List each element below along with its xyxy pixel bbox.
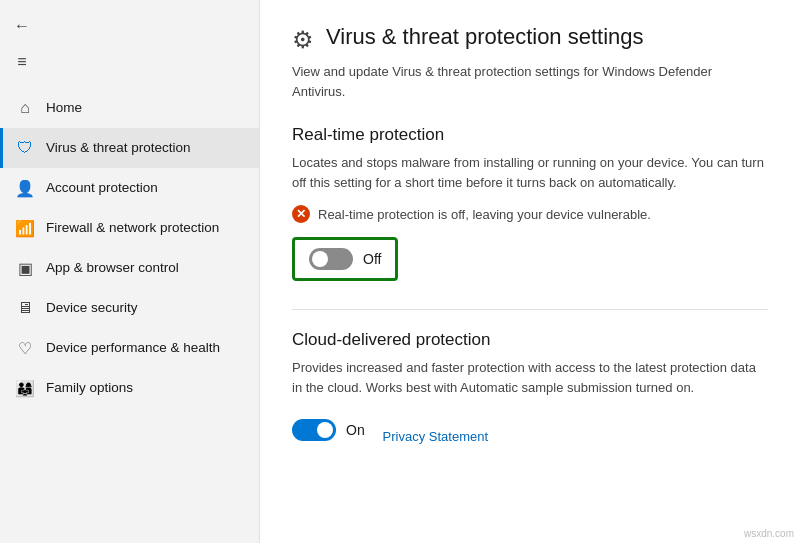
sidebar-icon-virus: 🛡 — [16, 139, 34, 157]
menu-button[interactable]: ≡ — [0, 44, 44, 80]
sidebar-item-virus[interactable]: 🛡Virus & threat protection — [0, 128, 259, 168]
sidebar-icon-family: 👨‍👩‍👧 — [16, 379, 34, 397]
sidebar-item-home[interactable]: ⌂Home — [0, 88, 259, 128]
realtime-toggle-switch[interactable] — [309, 248, 353, 270]
sidebar: ← ≡ ⌂Home🛡Virus & threat protection👤Acco… — [0, 0, 260, 543]
sidebar-icon-home: ⌂ — [16, 99, 34, 117]
sidebar-label-account: Account protection — [46, 180, 243, 196]
main-content: ⚙ Virus & threat protection settings Vie… — [260, 0, 800, 543]
privacy-statement-link[interactable]: Privacy Statement — [383, 429, 489, 444]
realtime-toggle-label: Off — [363, 251, 381, 267]
cloud-section-title: Cloud-delivered protection — [292, 330, 768, 350]
sidebar-item-family[interactable]: 👨‍👩‍👧Family options — [0, 368, 259, 408]
cloud-toggle-label: On — [346, 422, 365, 438]
sidebar-label-device-health: Device performance & health — [46, 340, 243, 356]
warning-icon: ✕ — [292, 205, 310, 223]
sidebar-item-firewall[interactable]: 📶Firewall & network protection — [0, 208, 259, 248]
sidebar-item-app[interactable]: ▣App & browser control — [0, 248, 259, 288]
sidebar-item-device-security[interactable]: 🖥Device security — [0, 288, 259, 328]
sidebar-item-account[interactable]: 👤Account protection — [0, 168, 259, 208]
sidebar-label-device-security: Device security — [46, 300, 243, 316]
warning-text: Real-time protection is off, leaving you… — [318, 207, 651, 222]
sidebar-label-home: Home — [46, 100, 243, 116]
sidebar-icon-account: 👤 — [16, 179, 34, 197]
realtime-section-title: Real-time protection — [292, 125, 768, 145]
realtime-section-desc: Locates and stops malware from installin… — [292, 153, 768, 193]
page-title: Virus & threat protection settings — [326, 24, 644, 50]
cloud-section: Cloud-delivered protection Provides incr… — [292, 330, 768, 472]
sidebar-top-buttons: ← ≡ — [0, 0, 259, 84]
sidebar-item-device-health[interactable]: ♡Device performance & health — [0, 328, 259, 368]
sidebar-label-family: Family options — [46, 380, 243, 396]
watermark: wsxdn.com — [744, 528, 794, 539]
sidebar-label-virus: Virus & threat protection — [46, 140, 243, 156]
sidebar-icon-app: ▣ — [16, 259, 34, 277]
sidebar-icon-device-security: 🖥 — [16, 299, 34, 317]
realtime-toggle-box[interactable]: Off — [292, 237, 398, 281]
sidebar-icon-firewall: 📶 — [16, 219, 34, 237]
back-button[interactable]: ← — [0, 8, 44, 44]
cloud-toggle-box[interactable]: On — [292, 411, 379, 449]
section-divider — [292, 309, 768, 310]
cloud-toggle-switch[interactable] — [292, 419, 336, 441]
sidebar-icon-device-health: ♡ — [16, 339, 34, 357]
toggle-knob — [312, 251, 328, 267]
cloud-section-desc: Provides increased and faster protection… — [292, 358, 768, 398]
warning-row: ✕ Real-time protection is off, leaving y… — [292, 205, 768, 223]
settings-icon: ⚙ — [292, 26, 314, 54]
sidebar-label-firewall: Firewall & network protection — [46, 220, 243, 236]
page-header: ⚙ Virus & threat protection settings — [292, 24, 768, 54]
page-subtitle: View and update Virus & threat protectio… — [292, 62, 768, 101]
sidebar-navigation: ⌂Home🛡Virus & threat protection👤Account … — [0, 84, 259, 543]
sidebar-label-app: App & browser control — [46, 260, 243, 276]
cloud-toggle-knob — [317, 422, 333, 438]
